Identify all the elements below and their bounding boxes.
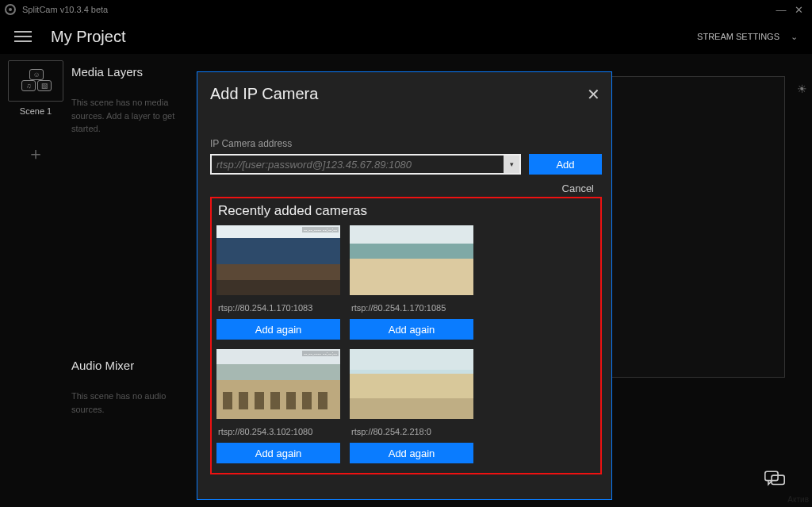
add-again-button[interactable]: Add again — [216, 443, 340, 463]
camera-address: rtsp://80.254.2.218:0 — [351, 427, 473, 436]
app-logo-icon — [5, 4, 16, 15]
ip-address-input[interactable] — [210, 154, 521, 175]
chevron-down-icon: ⌄ — [791, 32, 798, 42]
media-layers-empty-text: This scene has no media sources. Add a l… — [71, 96, 198, 136]
title-bar: SplitCam v10.3.4 beta — ✕ — [0, 0, 812, 19]
add-again-button[interactable]: Add again — [216, 319, 340, 340]
dialog-title: Add IP Camera — [210, 85, 602, 103]
camera-thumbnail[interactable] — [350, 349, 473, 419]
add-button[interactable]: Add — [529, 154, 602, 175]
audio-mixer-empty-text: This scene has no audio sources. — [71, 390, 198, 416]
camera-address: rtsp://80.254.3.102:1080 — [218, 427, 340, 436]
plus-icon: ＋ — [27, 142, 44, 166]
watermark-text: Актив — [787, 495, 809, 504]
project-title: My Project — [51, 28, 125, 46]
camera-card: rtsp://80.254.1.170:1085 Add again — [350, 225, 473, 340]
address-dropdown-button[interactable]: ▾ — [504, 156, 519, 173]
add-again-button[interactable]: Add again — [350, 319, 473, 340]
app-title: SplitCam v10.3.4 beta — [22, 5, 108, 14]
scene-label: Scene 1 — [6, 106, 65, 116]
brightness-icon[interactable]: ☀ — [797, 83, 807, 95]
chat-icon[interactable] — [764, 471, 785, 488]
window-close-button[interactable]: ✕ — [790, 4, 807, 16]
window-minimize-button[interactable]: — — [772, 4, 790, 16]
camera-thumbnail[interactable] — [350, 225, 473, 295]
camera-thumbnail[interactable]: --.--.---- --:--:-- — [216, 349, 340, 419]
chevron-down-icon: ▾ — [510, 160, 514, 168]
ip-address-label: IP Camera address — [210, 138, 602, 149]
main-area: ☺♫▧ Scene 1 ＋ Media Layers This scene ha… — [0, 54, 812, 507]
media-layers-title: Media Layers — [71, 65, 198, 79]
camera-thumbnail[interactable]: --.--.---- --:--:-- — [216, 225, 340, 295]
camera-address: rtsp://80.254.1.170:1083 — [218, 303, 340, 313]
top-strip: My Project STREAM SETTINGS ⌄ — [0, 19, 812, 54]
camera-card: --.--.---- --:--:-- rtsp://80.254.1.170:… — [216, 225, 340, 340]
scene-thumbnail[interactable]: ☺♫▧ — [8, 60, 63, 102]
stream-settings-button[interactable]: STREAM SETTINGS ⌄ — [697, 32, 798, 42]
recent-cameras-title: Recently added cameras — [218, 203, 596, 219]
close-icon: ✕ — [587, 86, 600, 103]
layers-column: Media Layers This scene has no media sou… — [71, 54, 198, 507]
recent-cameras-section: Recently added cameras --.--.---- --:--:… — [210, 197, 602, 474]
cancel-button[interactable]: Cancel — [562, 182, 594, 194]
camera-card: rtsp://80.254.2.218:0 Add again — [350, 349, 473, 463]
preview-canvas[interactable] — [611, 76, 785, 378]
scenes-column: ☺♫▧ Scene 1 ＋ — [0, 54, 71, 507]
add-scene-button[interactable]: ＋ — [8, 133, 63, 175]
audio-mixer-title: Audio Mixer — [71, 359, 198, 372]
camera-card: --.--.---- --:--:-- rtsp://80.254.3.102:… — [216, 349, 340, 463]
scene-placeholder-icon: ☺♫▧ — [21, 69, 50, 93]
add-ip-camera-dialog: Add IP Camera ✕ IP Camera address ▾ Add … — [197, 71, 612, 500]
dialog-close-button[interactable]: ✕ — [587, 85, 600, 104]
add-again-button[interactable]: Add again — [350, 443, 473, 463]
camera-address: rtsp://80.254.1.170:1085 — [351, 303, 473, 313]
hamburger-icon[interactable] — [14, 28, 32, 45]
stream-settings-label: STREAM SETTINGS — [697, 32, 779, 41]
